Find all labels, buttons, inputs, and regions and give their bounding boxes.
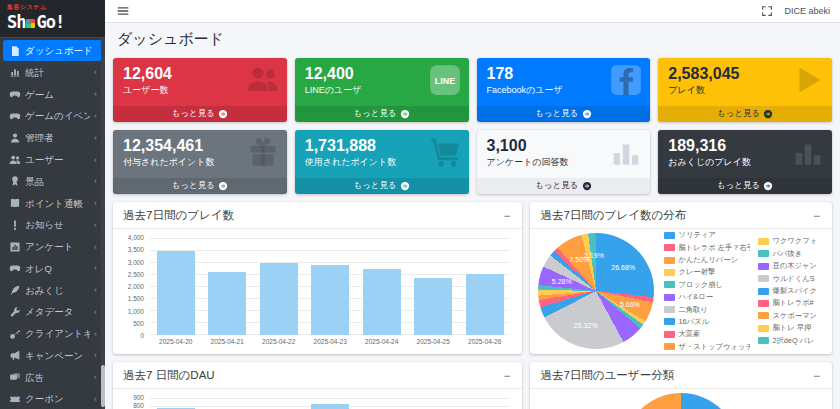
legend-color-swatch xyxy=(664,318,675,325)
brand-name: ShGo! xyxy=(7,12,64,32)
legend-color-swatch xyxy=(758,250,769,257)
chevron-left-icon: ‹ xyxy=(94,133,97,143)
play-icon xyxy=(791,63,825,101)
line-icon: LINE xyxy=(428,63,462,101)
legend-item[interactable]: かんたんリバーシ xyxy=(664,255,750,265)
legend-item[interactable]: ザ・ストップウォッチ xyxy=(664,342,750,352)
legend-item[interactable]: 脳トレ 早押 xyxy=(758,323,828,333)
sidebar-item-stats[interactable]: 統計‹ xyxy=(3,62,102,83)
legend-color-swatch xyxy=(664,269,675,276)
sidebar-scrollbar-thumb[interactable] xyxy=(101,365,105,407)
legend-label: ソリティア xyxy=(678,230,715,240)
arrow-circle-right-icon xyxy=(763,181,773,191)
legend-item[interactable]: クレー射撃 xyxy=(664,267,750,277)
user-name[interactable]: DICE abeki xyxy=(784,6,830,16)
collapse-icon[interactable]: − xyxy=(811,211,822,221)
sidebar-item-point-book[interactable]: ポイント通帳‹ xyxy=(3,192,102,213)
sidebar-item-dashboard[interactable]: ダッシュボード xyxy=(3,40,102,61)
more-label: もっと見る xyxy=(717,180,760,192)
legend-color-swatch xyxy=(664,232,675,239)
legend-item[interactable]: ババ抜き xyxy=(758,249,828,259)
more-label: もっと見る xyxy=(535,180,578,192)
sidebar-item-prizes[interactable]: 景品‹ xyxy=(3,171,102,192)
gamepad-icon xyxy=(8,88,21,101)
brand-system-label: 集客システム xyxy=(7,3,98,11)
sidebar-item-label: ゲーム xyxy=(25,89,90,100)
more-label: もっと見る xyxy=(353,108,396,120)
legend-item[interactable]: 二角取り xyxy=(664,305,750,315)
legend-color-swatch xyxy=(758,312,769,319)
sidebar-item-admins[interactable]: 管理者‹ xyxy=(3,127,102,148)
sidebar-item-metadata[interactable]: メタデータ‹ xyxy=(3,301,102,322)
chart-col-icon xyxy=(791,135,825,173)
collapse-icon[interactable]: − xyxy=(811,371,822,381)
legend-item[interactable]: 大富豪 xyxy=(664,329,750,339)
legend-item[interactable]: ソリティア xyxy=(664,230,750,240)
fullscreen-icon[interactable] xyxy=(759,4,774,19)
legend-item[interactable]: 豆の木ジャン xyxy=(758,261,828,271)
legend-item[interactable]: 2択deQ バレ xyxy=(758,336,828,346)
sidebar-item-game[interactable]: ゲーム‹ xyxy=(3,84,102,105)
sidebar-item-coupon[interactable]: クーポン‹ xyxy=(3,388,102,409)
sidebar-item-ads[interactable]: 広告‹ xyxy=(3,366,102,387)
legend-item[interactable]: ハイ&ロー xyxy=(664,292,750,302)
legend-label: 脳トレラボ# xyxy=(772,298,813,308)
hamburger-menu-icon[interactable] xyxy=(115,3,131,19)
more-link[interactable]: もっと見る xyxy=(658,106,832,122)
sidebar: 集客システム ShGo! ダッシュボード統計‹ゲーム‹ゲームのイベント‹管理者‹… xyxy=(0,0,105,409)
bars xyxy=(150,399,510,409)
legend-item[interactable]: 脳トレラボ 左手？右手？ xyxy=(664,243,750,253)
sidebar-item-label: ゲームのイベント xyxy=(25,110,90,121)
collapse-icon[interactable]: − xyxy=(501,371,512,381)
collapse-icon[interactable]: − xyxy=(501,211,512,221)
panel-title: 過去7日間のユーザー分類 xyxy=(540,368,674,383)
sidebar-item-client-key[interactable]: クライアントキー‹ xyxy=(3,323,102,344)
more-link[interactable]: もっと見る xyxy=(658,178,832,194)
chevron-left-icon: ‹ xyxy=(94,155,97,165)
legend-item[interactable]: スケボーマン xyxy=(758,311,828,321)
sidebar-item-game-events[interactable]: ゲームのイベント‹ xyxy=(3,105,102,126)
arrow-circle-right-icon xyxy=(218,181,228,191)
more-link[interactable]: もっと見る xyxy=(113,106,287,122)
pie-percent-label: 2.19% xyxy=(584,252,604,259)
sidebar-item-label: アンケート xyxy=(25,241,90,252)
sidebar-item-oreq[interactable]: オレQ‹ xyxy=(3,258,102,279)
more-link[interactable]: もっと見る xyxy=(477,106,651,122)
legend-label: 脳トレ 早押 xyxy=(772,323,811,333)
sidebar-scrollbar[interactable] xyxy=(101,38,105,409)
sidebar-item-campaign[interactable]: キャンペーン‹ xyxy=(3,345,102,366)
cart-icon xyxy=(428,135,462,173)
svg-text:LINE: LINE xyxy=(434,76,454,86)
more-link[interactable]: もっと見る xyxy=(477,178,651,194)
stat-card-omikuji-plays: 189,316おみくじのプレイ数もっと見る xyxy=(658,130,832,194)
brand-logo[interactable]: 集客システム ShGo! xyxy=(0,0,105,38)
legend-color-swatch xyxy=(758,275,769,282)
sidebar-item-survey[interactable]: アンケート‹ xyxy=(3,236,102,257)
chevron-left-icon: ‹ xyxy=(94,394,97,404)
legend-label: かんたんリバーシ xyxy=(678,255,738,265)
pie-percent-label: 5.66% xyxy=(620,301,640,308)
sidebar-item-news[interactable]: お知らせ‹ xyxy=(3,214,102,235)
more-link[interactable]: もっと見る xyxy=(295,178,469,194)
legend-item[interactable]: ワクワクフォ xyxy=(758,236,828,246)
legend-item[interactable]: ブロック崩し xyxy=(664,280,750,290)
legend-item[interactable]: ウルドくんS xyxy=(758,274,828,284)
more-link[interactable]: もっと見る xyxy=(113,178,287,194)
panel-title: 過去7日間のプレイ数の分布 xyxy=(540,208,686,223)
pie-percent-label: 25.32% xyxy=(574,322,598,329)
legend-color-swatch xyxy=(758,288,769,295)
sidebar-item-label: メタデータ xyxy=(25,306,90,317)
panel-title: 過去7 日間のDAU xyxy=(123,368,215,383)
gift-icon xyxy=(246,135,280,173)
legend-color-swatch xyxy=(664,281,675,288)
more-link[interactable]: もっと見る xyxy=(295,106,469,122)
legend-item[interactable]: 脳トレラボ# xyxy=(758,298,828,308)
legend-item[interactable]: 爆裂スパイク xyxy=(758,286,828,296)
legend-item[interactable]: 16パズル xyxy=(664,317,750,327)
sidebar-item-omikuji[interactable]: おみくじ‹ xyxy=(3,279,102,300)
bar xyxy=(363,269,401,335)
sidebar-item-users[interactable]: ユーザー‹ xyxy=(3,149,102,170)
chevron-left-icon: ‹ xyxy=(94,176,97,186)
chevron-left-icon: ‹ xyxy=(94,263,97,273)
chevron-left-icon: ‹ xyxy=(94,242,97,252)
